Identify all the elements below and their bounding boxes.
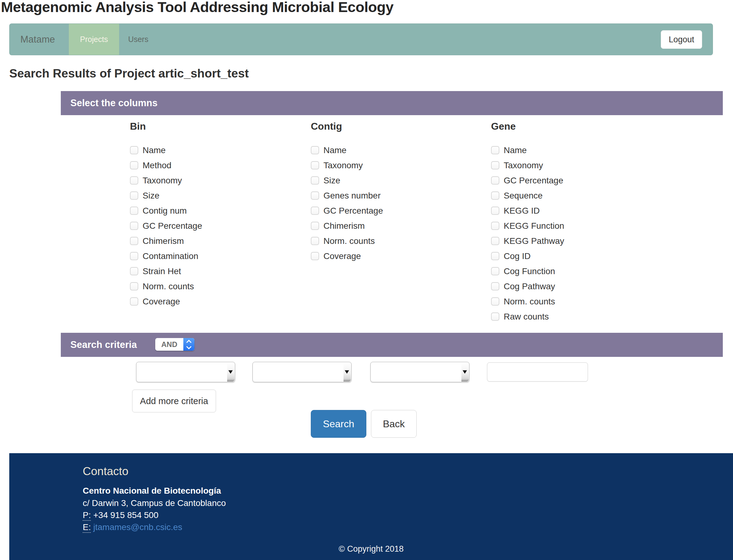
footer-copyright: © Copyright 2018 (9, 544, 733, 554)
checkbox-gene-name[interactable] (491, 146, 499, 154)
checkbox-row: Name (130, 143, 303, 158)
checkbox-label-gene-raw-counts: Raw counts (504, 312, 549, 322)
search-criteria-panel-title: Search criteria (70, 339, 137, 350)
checkbox-row: Cog ID (491, 249, 664, 264)
checkbox-bin-contig-num[interactable] (130, 207, 138, 215)
operator-select[interactable]: AND (155, 338, 195, 351)
navbar-brand[interactable]: Matame (20, 24, 55, 55)
checkbox-row: Taxonomy (491, 158, 664, 173)
checkbox-row: Name (311, 143, 484, 158)
checkbox-contig-genes-number[interactable] (311, 191, 319, 200)
checkbox-bin-norm-counts[interactable] (130, 282, 138, 290)
footer-email-link[interactable]: jtamames@cnb.csic.es (93, 522, 182, 532)
checkbox-row: GC Percentage (311, 203, 484, 218)
checkbox-bin-strain-het[interactable] (130, 267, 138, 275)
back-button[interactable]: Back (371, 410, 417, 438)
checkbox-row: Size (311, 173, 484, 188)
checkbox-bin-taxonomy[interactable] (130, 176, 138, 185)
nav-tab-users[interactable]: Users (119, 24, 157, 55)
checkbox-label-contig-genes-number: Genes number (324, 191, 380, 201)
checkbox-bin-contamination[interactable] (130, 252, 138, 260)
logout-button[interactable]: Logout (661, 30, 702, 49)
checkbox-label-gene-kegg-function: KEGG Function (504, 221, 564, 231)
page: Metagenomic Analysis Tool Addressing Mic… (0, 0, 733, 560)
checkbox-label-contig-size: Size (324, 176, 340, 186)
checkbox-gene-kegg-id[interactable] (491, 207, 499, 215)
checkbox-label-bin-name: Name (143, 145, 166, 155)
checkbox-contig-name[interactable] (311, 146, 319, 154)
checkbox-gene-cog-function[interactable] (491, 267, 499, 275)
results-heading: Search Results of Project artic_short_te… (9, 67, 249, 80)
checkbox-gene-cog-pathway[interactable] (491, 282, 499, 290)
column-group-bin: BinNameMethodTaxonomySizeContig numGC Pe… (130, 120, 303, 309)
checkbox-bin-method[interactable] (130, 161, 138, 169)
checkbox-label-gene-sequence: Sequence (504, 191, 542, 201)
checkbox-gene-gc-percentage[interactable] (491, 176, 499, 185)
nav-tab-projects[interactable]: Projects (69, 24, 119, 55)
page-title: Metagenomic Analysis Tool Addressing Mic… (1, 0, 393, 16)
navbar: Matame Projects Users Logout (9, 23, 713, 55)
checkbox-row: KEGG Function (491, 218, 664, 233)
checkbox-bin-gc-percentage[interactable] (130, 222, 138, 230)
footer: Contacto Centro Nacional de Biotecnologí… (9, 453, 733, 560)
checkbox-row: Strain Het (130, 264, 303, 279)
checkbox-gene-taxonomy[interactable] (491, 161, 499, 169)
criteria-select-1[interactable] (136, 362, 235, 382)
checkbox-row: KEGG ID (491, 203, 664, 218)
search-button[interactable]: Search (311, 410, 366, 438)
operator-stepper-icon (183, 338, 195, 351)
checkbox-bin-name[interactable] (130, 146, 138, 154)
checkbox-row: Chimerism (130, 233, 303, 249)
checkbox-row: Coverage (311, 249, 484, 264)
checkbox-label-gene-kegg-id: KEGG ID (504, 206, 540, 216)
checkbox-label-gene-name: Name (504, 145, 527, 155)
checkbox-label-gene-kegg-pathway: KEGG Pathway (504, 236, 564, 246)
checkbox-bin-coverage[interactable] (130, 297, 138, 306)
chevron-down-icon (186, 344, 192, 349)
checkbox-label-contig-taxonomy: Taxonomy (324, 161, 363, 170)
checkbox-label-gene-gc-percentage: GC Percentage (504, 176, 563, 186)
dropdown-caret-icon (228, 370, 233, 374)
checkbox-row: Method (130, 158, 303, 173)
checkbox-label-bin-taxonomy: Taxonomy (143, 176, 182, 186)
checkbox-bin-size[interactable] (130, 191, 138, 200)
footer-email: E: jtamames@cnb.csic.es (83, 521, 182, 533)
checkbox-gene-kegg-pathway[interactable] (491, 237, 499, 245)
select-columns-panel-title: Select the columns (70, 98, 158, 109)
select-columns-panel-header: Select the columns (61, 91, 723, 115)
checkbox-bin-chimerism[interactable] (130, 237, 138, 245)
checkbox-label-bin-contig-num: Contig num (143, 206, 187, 216)
checkbox-row: Cog Pathway (491, 279, 664, 294)
checkbox-label-gene-cog-function: Cog Function (504, 266, 555, 276)
checkbox-label-contig-chimerism: Chimerism (324, 221, 365, 231)
criteria-select-2[interactable] (253, 362, 352, 382)
checkbox-contig-gc-percentage[interactable] (311, 207, 319, 215)
dropdown-caret-icon (463, 370, 467, 374)
criteria-select-3[interactable] (370, 362, 469, 382)
checkbox-label-bin-chimerism: Chimerism (143, 236, 184, 246)
checkbox-gene-kegg-function[interactable] (491, 222, 499, 230)
checkbox-contig-chimerism[interactable] (311, 222, 319, 230)
checkbox-label-bin-coverage: Coverage (143, 297, 180, 307)
checkbox-row: Norm. counts (491, 294, 664, 309)
checkbox-contig-size[interactable] (311, 176, 319, 185)
checkbox-contig-coverage[interactable] (311, 252, 319, 260)
checkbox-label-bin-gc-percentage: GC Percentage (143, 221, 202, 231)
checkbox-row: Coverage (130, 294, 303, 309)
checkbox-label-bin-contamination: Contamination (143, 251, 199, 261)
add-more-criteria-button[interactable]: Add more criteria (132, 390, 216, 412)
checkbox-contig-norm-counts[interactable] (311, 237, 319, 245)
checkbox-row: Norm. counts (311, 233, 484, 249)
column-group-title-gene: Gene (491, 120, 664, 133)
criteria-value-input[interactable] (487, 362, 588, 382)
checkbox-contig-taxonomy[interactable] (311, 161, 319, 169)
email-abbr: E: (83, 522, 91, 533)
checkbox-row: Taxonomy (130, 173, 303, 188)
column-group-title-contig: Contig (311, 120, 484, 133)
checkbox-row: Raw counts (491, 309, 664, 324)
checkbox-gene-norm-counts[interactable] (491, 297, 499, 306)
checkbox-gene-sequence[interactable] (491, 191, 499, 200)
checkbox-gene-raw-counts[interactable] (491, 312, 499, 321)
checkbox-gene-cog-id[interactable] (491, 252, 499, 260)
checkbox-row: Sequence (491, 188, 664, 203)
